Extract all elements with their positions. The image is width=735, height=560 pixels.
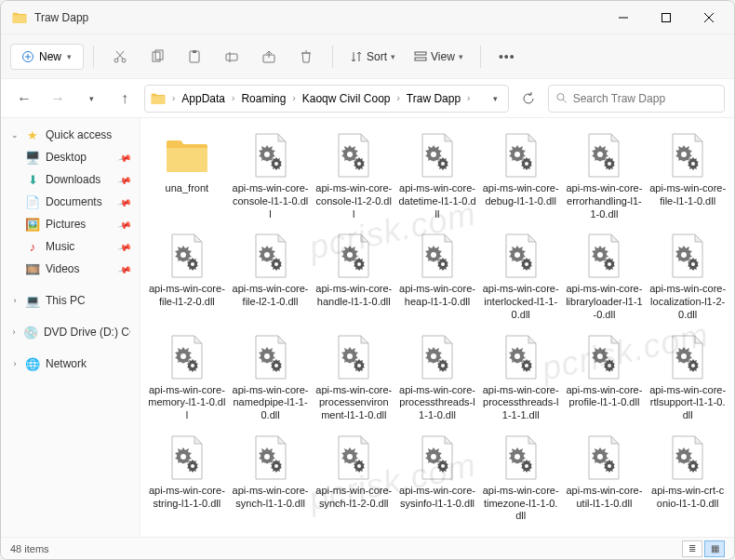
recent-dropdown[interactable]: ▾ — [77, 85, 105, 113]
sidebar-item-music[interactable]: ♪ Music 📌 — [1, 235, 140, 258]
more-button[interactable]: ••• — [490, 42, 524, 72]
minimize-button[interactable] — [602, 3, 645, 33]
forward-button[interactable]: → — [44, 85, 72, 113]
file-item[interactable]: api-ms-win-crt-conio-l1-1-0.dll — [647, 430, 728, 527]
file-item[interactable]: api-ms-win-core-timezone-l1-1-0.dll — [480, 430, 562, 527]
file-label: api-ms-win-core-timezone-l1-1-0.dll — [482, 485, 560, 523]
file-item[interactable]: api-ms-win-core-profile-l1-1-0.dll — [564, 329, 646, 426]
dll-icon — [497, 131, 545, 180]
file-label: api-ms-win-core-debug-l1-1-0.dll — [482, 182, 560, 208]
dll-icon — [497, 333, 545, 381]
chevron-down-icon: ▾ — [459, 52, 463, 61]
up-button[interactable]: ↑ — [111, 85, 139, 113]
file-item[interactable]: api-ms-win-core-sysinfo-l1-1-0.dll — [396, 430, 478, 527]
search-input[interactable] — [573, 92, 716, 105]
file-item[interactable]: api-ms-win-core-libraryloader-l1-1-0.dll — [564, 228, 646, 325]
sidebar-item-documents[interactable]: 📄 Documents 📌 — [1, 191, 140, 213]
dll-icon — [580, 333, 628, 381]
file-item[interactable]: api-ms-win-core-debug-l1-1-0.dll — [480, 127, 562, 224]
sidebar-dvd[interactable]: › 💿 DVD Drive (D:) CCCC — [1, 321, 140, 343]
sidebar-item-downloads[interactable]: ⬇ Downloads 📌 — [1, 168, 140, 191]
address-dropdown[interactable]: ▾ — [488, 89, 502, 108]
file-item[interactable]: api-ms-win-core-processthreads-l1-1-1.dl… — [480, 329, 562, 426]
crumb-roaming[interactable]: Roaming — [237, 90, 289, 107]
file-item[interactable]: api-ms-win-core-file-l2-1-0.dll — [230, 228, 312, 325]
new-button[interactable]: New ▾ — [10, 44, 84, 70]
file-item[interactable]: api-ms-win-core-file-l1-2-0.dll — [146, 228, 228, 325]
file-item[interactable]: api-ms-win-core-namedpipe-l1-1-0.dll — [230, 329, 312, 426]
pin-icon: 📌 — [117, 217, 132, 232]
dll-icon — [663, 433, 712, 482]
file-item[interactable]: api-ms-win-core-string-l1-1-0.dll — [146, 430, 228, 527]
maximize-button[interactable] — [645, 3, 688, 33]
dll-icon — [663, 232, 712, 280]
file-item[interactable]: api-ms-win-core-console-l1-1-0.dll — [230, 127, 312, 224]
share-button[interactable] — [252, 42, 286, 72]
sidebar-item-pictures[interactable]: 🖼️ Pictures 📌 — [1, 213, 140, 235]
sidebar-item-videos[interactable]: 🎞️ Videos 📌 — [1, 258, 140, 280]
file-item[interactable]: api-ms-win-core-localization-l1-2-0.dll — [647, 228, 728, 325]
sidebar-item-desktop[interactable]: 🖥️ Desktop 📌 — [1, 146, 140, 168]
file-item[interactable]: api-ms-win-core-file-l1-1-0.dll — [647, 127, 728, 224]
search-box[interactable] — [548, 85, 725, 113]
dll-icon — [580, 131, 628, 180]
file-label: api-ms-win-core-string-l1-1-0.dll — [148, 485, 226, 511]
sidebar-this-pc[interactable]: › 💻 This PC — [1, 289, 140, 312]
navbar: ← → ▾ ↑ › AppData › Roaming › Kaoqw Civi… — [1, 79, 734, 118]
dll-icon — [329, 333, 378, 381]
network-icon: 🌐 — [25, 356, 40, 371]
file-item[interactable]: api-ms-win-core-processenvironment-l1-1-… — [313, 329, 394, 426]
cut-button[interactable] — [103, 42, 137, 72]
file-item[interactable]: api-ms-win-core-interlocked-l1-1-0.dll — [480, 228, 562, 325]
statusbar: 48 items ≣ ▦ — [1, 537, 734, 559]
file-item[interactable]: api-ms-win-core-processthreads-l1-1-0.dl… — [396, 329, 478, 426]
file-item[interactable]: api-ms-win-core-memory-l1-1-0.dll — [146, 329, 228, 426]
rename-button[interactable] — [215, 42, 248, 72]
delete-button[interactable] — [289, 42, 323, 72]
sidebar-network[interactable]: › 🌐 Network — [1, 353, 140, 375]
details-view-toggle[interactable]: ≣ — [682, 540, 702, 557]
file-label: api-ms-win-core-handle-l1-1-0.dll — [314, 283, 393, 309]
file-label: api-ms-win-core-console-l1-1-0.dll — [232, 182, 310, 220]
refresh-button[interactable] — [514, 85, 542, 113]
window-title: Traw Dapp — [34, 11, 88, 24]
sort-button[interactable]: Sort ▾ — [342, 47, 403, 67]
file-item[interactable]: api-ms-win-core-synch-l1-1-0.dll — [230, 430, 312, 527]
file-item[interactable]: api-ms-win-core-heap-l1-1-0.dll — [396, 228, 478, 325]
sidebar-item-label: Pictures — [46, 218, 86, 231]
dll-icon — [663, 333, 712, 381]
sidebar-item-label: Network — [46, 357, 87, 370]
paste-button[interactable] — [178, 42, 211, 72]
view-button[interactable]: View ▾ — [407, 47, 471, 67]
close-button[interactable] — [688, 3, 730, 33]
back-button[interactable]: ← — [10, 85, 38, 113]
plus-icon — [22, 51, 33, 62]
crumb-kaoqw[interactable]: Kaoqw Civil Coop — [299, 90, 394, 107]
file-label: api-ms-win-core-rtlsupport-l1-1-0.dll — [648, 384, 727, 422]
dll-icon — [663, 131, 712, 180]
dll-icon — [163, 333, 211, 381]
copy-button[interactable] — [140, 42, 174, 72]
sidebar-quick-access[interactable]: ⌄ ★ Quick access — [1, 124, 140, 146]
file-label: api-ms-win-core-file-l1-1-0.dll — [648, 182, 727, 208]
file-pane[interactable]: pcrisk.com pcrisk.com pcrisk.com una_fro… — [140, 118, 734, 537]
file-item[interactable]: api-ms-win-core-handle-l1-1-0.dll — [313, 228, 394, 325]
crumb-trawdapp[interactable]: Traw Dapp — [403, 90, 464, 107]
chevron-right-icon: › — [10, 327, 18, 337]
videos-icon: 🎞️ — [25, 261, 40, 276]
file-item[interactable]: api-ms-win-core-synch-l1-2-0.dll — [313, 430, 394, 527]
pin-icon: 📌 — [117, 150, 132, 165]
file-item[interactable]: api-ms-win-core-util-l1-1-0.dll — [564, 430, 646, 527]
documents-icon: 📄 — [25, 194, 40, 209]
file-item[interactable]: api-ms-win-core-errorhandling-l1-1-0.dll — [564, 127, 646, 224]
file-item[interactable]: api-ms-win-core-rtlsupport-l1-1-0.dll — [647, 329, 728, 426]
folder-item[interactable]: una_front — [146, 127, 228, 224]
breadcrumb[interactable]: › AppData › Roaming › Kaoqw Civil Coop ›… — [144, 85, 509, 113]
crumb-appdata[interactable]: AppData — [178, 90, 229, 107]
file-item[interactable]: api-ms-win-core-console-l1-2-0.dll — [313, 127, 394, 224]
file-item[interactable]: api-ms-win-core-datetime-l1-1-0.dll — [396, 127, 478, 224]
icons-view-toggle[interactable]: ▦ — [704, 540, 725, 557]
file-label: api-ms-win-core-datetime-l1-1-0.dll — [398, 182, 476, 220]
view-icon — [414, 50, 427, 63]
file-label: api-ms-win-core-sysinfo-l1-1-0.dll — [398, 485, 476, 511]
